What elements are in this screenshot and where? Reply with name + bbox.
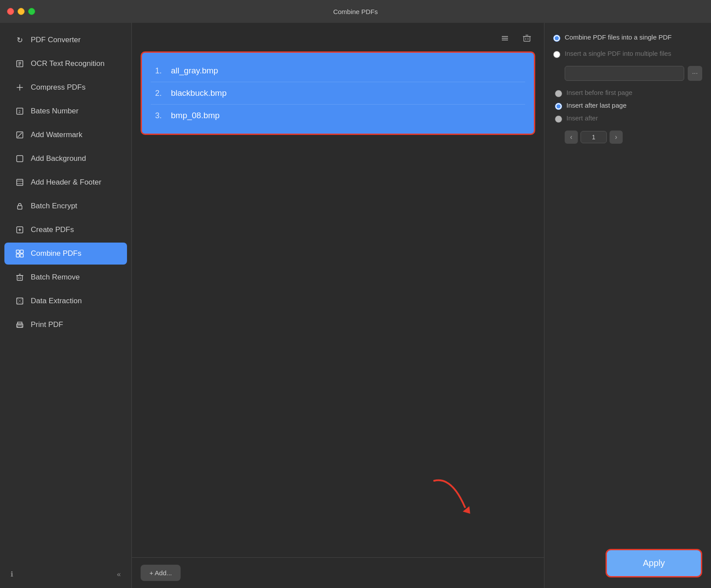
page-next-button[interactable]: › [609, 131, 623, 144]
right-panel-bottom: Apply [553, 549, 702, 577]
file-list-container: 1. all_gray.bmp 2. blackbuck.bmp 3. bmp_… [132, 23, 544, 557]
data-extraction-icon [15, 296, 25, 306]
sidebar-item-add-watermark[interactable]: Add Watermark [4, 124, 127, 146]
content-area: 1. all_gray.bmp 2. blackbuck.bmp 3. bmp_… [132, 23, 544, 588]
sidebar-item-pdf-converter[interactable]: ↻ PDF Converter [4, 29, 127, 51]
window-title: Combine PDFs [333, 8, 378, 15]
header-footer-icon [15, 178, 25, 187]
file-list-box: 1. all_gray.bmp 2. blackbuck.bmp 3. bmp_… [141, 51, 535, 135]
insert-options: Insert before first page Insert after la… [555, 89, 702, 123]
insert-after-label: Insert after [566, 114, 598, 122]
sidebar-item-label: Print PDF [31, 320, 63, 329]
add-button-label: + Add... [149, 569, 172, 577]
page-stepper-row: ‹ › [565, 131, 702, 144]
add-button[interactable]: + Add... [141, 565, 181, 581]
sidebar-item-label: Add Header & Footer [31, 178, 102, 187]
menu-icon-button[interactable] [497, 32, 513, 47]
svg-rect-22 [17, 276, 22, 280]
ocr-icon [15, 59, 25, 69]
main-layout: ↻ PDF Converter OCR Text Recognition [0, 23, 711, 588]
combine-option[interactable]: Combine PDF files into a single PDF [553, 33, 702, 42]
combine-option-label: Combine PDF files into a single PDF [565, 33, 671, 41]
file-list-header [141, 32, 535, 47]
sidebar-item-ocr-text-recognition[interactable]: OCR Text Recognition [4, 53, 127, 75]
sidebar-item-label: Batch Remove [31, 273, 80, 282]
file-name-3: bmp_08.bmp [171, 111, 220, 120]
compress-icon [15, 83, 25, 92]
sidebar: ↻ PDF Converter OCR Text Recognition [0, 23, 132, 588]
info-icon[interactable]: ℹ [11, 570, 13, 578]
insert-option-label: Insert a single PDF into multiple files [565, 50, 671, 57]
pdf-converter-icon: ↻ [15, 35, 25, 45]
sidebar-item-label: Bates Number [31, 107, 79, 116]
insert-option-radio[interactable] [553, 51, 560, 58]
sidebar-item-label: Data Extraction [31, 297, 82, 305]
page-number-input[interactable] [580, 131, 607, 143]
insert-before-label: Insert before first page [566, 89, 632, 96]
svg-rect-29 [18, 322, 22, 324]
sidebar-item-print-pdf[interactable]: Print PDF [4, 314, 127, 336]
minimize-button[interactable] [18, 8, 25, 15]
encrypt-icon [15, 201, 25, 211]
browse-icon: ··· [692, 69, 698, 77]
insert-option[interactable]: Insert a single PDF into multiple files [553, 50, 702, 58]
print-pdf-icon [15, 320, 25, 330]
batch-remove-icon [15, 272, 25, 282]
insert-after-last-label: Insert after last page [566, 102, 627, 109]
file-item-2[interactable]: 2. blackbuck.bmp [151, 82, 525, 105]
insert-after-radio[interactable] [555, 116, 562, 123]
sidebar-item-add-background[interactable]: Add Background [4, 148, 127, 170]
combine-pdfs-icon [15, 249, 25, 258]
insert-before-option[interactable]: Insert before first page [555, 89, 702, 97]
svg-text:2: 2 [18, 109, 21, 114]
insert-input-row: ··· [565, 66, 702, 81]
sidebar-item-label: Combine PDFs [31, 249, 81, 258]
create-pdfs-icon [15, 225, 25, 235]
sidebar-item-create-pdfs[interactable]: Create PDFs [4, 219, 127, 241]
sidebar-item-label: PDF Converter [31, 36, 80, 44]
sidebar-item-add-header-footer[interactable]: Add Header & Footer [4, 171, 127, 193]
file-item-1[interactable]: 1. all_gray.bmp [151, 60, 525, 82]
trash-icon-button[interactable] [519, 32, 535, 47]
file-number-2: 2. [155, 89, 166, 98]
collapse-icon[interactable]: « [117, 570, 121, 578]
sidebar-footer: ℹ « [0, 566, 131, 583]
apply-button[interactable]: Apply [606, 549, 702, 577]
insert-before-radio[interactable] [555, 90, 562, 97]
file-number-3: 3. [155, 111, 166, 120]
insert-file-input[interactable] [565, 66, 684, 81]
svg-line-9 [18, 133, 22, 137]
svg-rect-10 [17, 156, 23, 162]
svg-rect-11 [17, 179, 23, 185]
insert-after-last-radio[interactable] [555, 103, 562, 110]
insert-after-option[interactable]: Insert after [555, 114, 702, 123]
file-name-1: all_gray.bmp [171, 66, 218, 76]
bates-icon: 2 [15, 106, 25, 116]
sidebar-item-label: Add Background [31, 154, 86, 163]
fullscreen-button[interactable] [28, 8, 35, 15]
right-panel: Combine PDF files into a single PDF Inse… [544, 23, 711, 588]
sidebar-item-combine-pdfs[interactable]: Combine PDFs [4, 243, 127, 265]
file-name-2: blackbuck.bmp [171, 88, 227, 98]
page-prev-button[interactable]: ‹ [565, 131, 578, 144]
watermark-icon [15, 130, 25, 140]
sidebar-item-batch-encrypt[interactable]: Batch Encrypt [4, 195, 127, 217]
sidebar-item-label: Create PDFs [31, 225, 74, 234]
close-button[interactable] [7, 8, 14, 15]
file-number-1: 1. [155, 66, 166, 76]
sidebar-item-label: Batch Encrypt [31, 202, 77, 211]
sidebar-item-bates-number[interactable]: 2 Bates Number [4, 100, 127, 122]
svg-rect-34 [524, 36, 530, 41]
insert-after-last-option[interactable]: Insert after last page [555, 102, 702, 110]
combine-option-radio[interactable] [553, 35, 560, 42]
svg-rect-21 [20, 254, 23, 257]
browse-button[interactable]: ··· [688, 66, 702, 81]
sidebar-item-batch-remove[interactable]: Batch Remove [4, 266, 127, 288]
svg-rect-19 [20, 250, 23, 253]
svg-rect-14 [18, 206, 22, 209]
sidebar-item-compress-pdfs[interactable]: Compress PDFs [4, 76, 127, 98]
file-item-3[interactable]: 3. bmp_08.bmp [151, 105, 525, 127]
sidebar-item-data-extraction[interactable]: Data Extraction [4, 290, 127, 312]
background-icon [15, 154, 25, 163]
svg-rect-20 [16, 254, 19, 257]
